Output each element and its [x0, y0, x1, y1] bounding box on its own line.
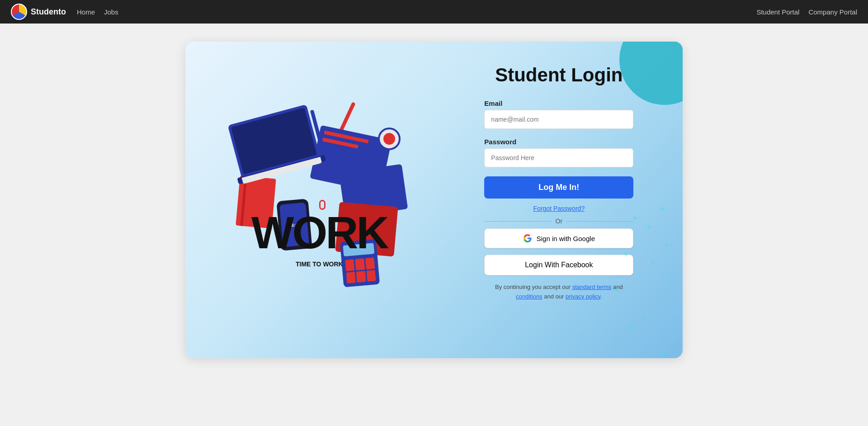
work-text: WORK: [251, 207, 387, 259]
terms-and2: and our: [542, 293, 566, 300]
terms-suffix: .: [600, 293, 602, 300]
calc-btn-1: [345, 259, 355, 271]
nav-jobs-link[interactable]: Jobs: [104, 8, 118, 16]
standard-terms-link[interactable]: standard terms: [572, 284, 612, 290]
or-line-left: [484, 221, 551, 222]
facebook-login-button[interactable]: Login With Facebook: [484, 255, 633, 275]
login-form-area: ++++++++++++++++++++ Student Login Email…: [444, 42, 683, 358]
nav-links: Home Jobs: [77, 8, 118, 16]
logo-text: Studento: [31, 7, 66, 17]
company-portal-link[interactable]: Company Portal: [808, 8, 857, 16]
password-label: Password: [484, 138, 633, 146]
calc-buttons: [345, 257, 376, 283]
login-title: Student Login: [495, 64, 623, 86]
plus-sign-17: +: [628, 322, 633, 331]
plus-sign-5: +: [655, 295, 660, 304]
forgot-password-link[interactable]: Forgot Password?: [533, 205, 585, 212]
plus-sign-7: +: [673, 331, 678, 341]
google-button-label: Sign in with Google: [537, 235, 595, 242]
login-card: 08:40 WORK TIME TO WORK: [185, 42, 683, 358]
illustration: 08:40 WORK TIME TO WORK: [224, 87, 414, 313]
laptop-icon: [228, 104, 321, 178]
calc-btn-5: [356, 271, 366, 283]
calc-btn-4: [346, 272, 356, 284]
coffee-cup-icon: [378, 128, 401, 150]
plus-sign-0: +: [660, 204, 665, 214]
terms-and: and: [611, 284, 623, 290]
plus-sign-3: +: [651, 259, 656, 268]
calc-btn-2: [355, 258, 365, 270]
student-portal-link[interactable]: Student Portal: [756, 8, 799, 16]
google-icon: [523, 234, 532, 243]
calc-btn-3: [365, 257, 375, 269]
plus-sign-1: +: [646, 222, 651, 232]
nav-home-link[interactable]: Home: [77, 8, 95, 16]
logo-icon: [11, 4, 27, 20]
or-text: Or: [556, 218, 563, 225]
terms-prefix: By continuing you accept our: [495, 284, 572, 290]
plus-sign-2: +: [664, 241, 669, 250]
password-group: Password: [484, 138, 633, 167]
plus-sign-6: +: [642, 313, 646, 322]
terms-text: By continuing you accept our standard te…: [484, 283, 633, 302]
email-input[interactable]: [484, 110, 633, 129]
logo[interactable]: Studento: [11, 4, 66, 20]
nav-left: Studento Home Jobs: [11, 4, 118, 20]
google-signin-button[interactable]: Sign in with Google: [484, 228, 633, 248]
plus-sign-8: +: [660, 349, 665, 358]
navbar: Studento Home Jobs Student Portal Compan…: [0, 0, 868, 24]
illustration-area: 08:40 WORK TIME TO WORK: [185, 42, 444, 358]
login-button[interactable]: Log Me In!: [484, 176, 633, 199]
calc-btn-6: [366, 270, 376, 282]
password-input[interactable]: [484, 148, 633, 167]
conditions-link[interactable]: conditions: [516, 293, 542, 300]
nav-right: Student Portal Company Portal: [756, 8, 857, 16]
or-line-right: [567, 221, 633, 222]
privacy-policy-link[interactable]: privacy policy: [566, 293, 600, 300]
time-to-work-text: TIME TO WORK: [296, 260, 343, 268]
email-label: Email: [484, 99, 633, 107]
plus-sign-4: +: [669, 277, 674, 286]
email-group: Email: [484, 99, 633, 129]
or-divider: Or: [484, 218, 633, 225]
page-content: 08:40 WORK TIME TO WORK: [0, 24, 868, 426]
